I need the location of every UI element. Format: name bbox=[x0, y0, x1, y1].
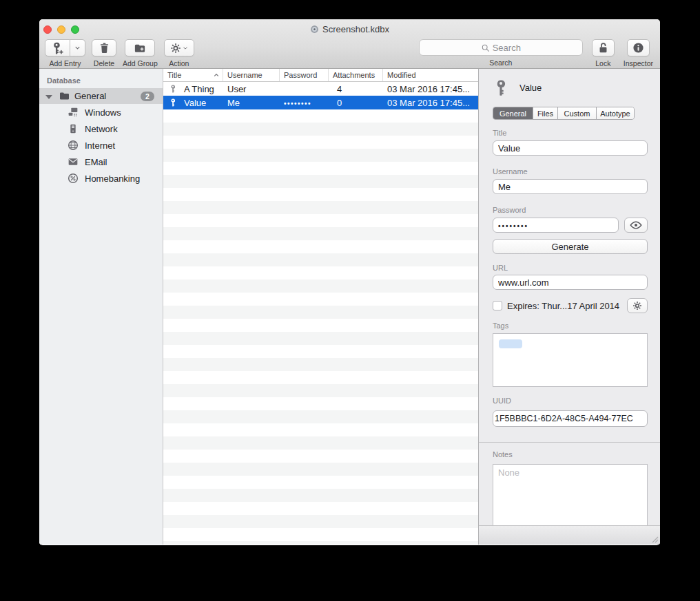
toolbar-label-inspector: Inspector bbox=[624, 59, 653, 67]
expires-checkbox[interactable] bbox=[493, 301, 502, 310]
toolbar-item-add-entry: Add Entry bbox=[45, 39, 85, 67]
url-field-label: URL bbox=[493, 264, 648, 272]
disclosure-triangle-icon[interactable] bbox=[45, 95, 52, 99]
add-group-button[interactable] bbox=[125, 39, 155, 56]
search-icon bbox=[481, 43, 490, 52]
add-entry-button[interactable] bbox=[45, 39, 70, 56]
column-header-attachments[interactable]: Attachments bbox=[329, 69, 383, 81]
reveal-password-button[interactable] bbox=[624, 218, 648, 233]
search-input[interactable]: Search bbox=[419, 39, 583, 56]
folder-plus-icon bbox=[134, 42, 146, 54]
cell-title: Value bbox=[184, 98, 206, 108]
inspector-tabs: General Files Custom Autotype bbox=[493, 107, 635, 120]
column-header-password[interactable]: Password bbox=[280, 69, 329, 81]
toolbar-label-delete: Delete bbox=[94, 59, 114, 67]
info-icon bbox=[632, 42, 644, 54]
cell-modified: 03 Mar 2016 17:45... bbox=[383, 98, 478, 108]
globe-icon bbox=[67, 140, 79, 151]
toolbar-item-action: Action bbox=[164, 39, 194, 67]
lock-button[interactable] bbox=[592, 39, 615, 56]
inspector-panel: Value General Files Custom Autotype Titl… bbox=[479, 69, 660, 545]
password-field[interactable] bbox=[493, 218, 619, 233]
envelope-icon bbox=[67, 156, 79, 167]
username-field-label: Username bbox=[493, 167, 648, 176]
sidebar-item-label: EMail bbox=[85, 157, 107, 167]
eye-icon bbox=[630, 221, 642, 229]
add-entry-dropdown-button[interactable] bbox=[70, 39, 85, 56]
sidebar-item-homebanking[interactable]: Homebanking bbox=[39, 170, 163, 187]
toolbar-item-delete: Delete bbox=[92, 39, 116, 67]
toolbar-item-lock: Lock bbox=[592, 39, 615, 67]
window-title: Screenshot.kdbx bbox=[322, 24, 389, 34]
title-field[interactable] bbox=[493, 140, 648, 156]
tab-custom[interactable]: Custom bbox=[558, 107, 597, 119]
url-field[interactable] bbox=[493, 275, 648, 290]
username-field[interactable] bbox=[493, 179, 648, 194]
tags-field[interactable] bbox=[493, 333, 648, 387]
column-header-label: Title bbox=[167, 71, 181, 79]
cell-username: Me bbox=[223, 98, 280, 108]
column-header-label: Attachments bbox=[333, 71, 375, 79]
inspector-button[interactable] bbox=[627, 39, 650, 56]
gear-icon bbox=[170, 43, 181, 54]
lock-open-icon bbox=[597, 42, 609, 54]
key-icon bbox=[169, 83, 177, 94]
column-header-label: Password bbox=[284, 71, 317, 79]
toolbar-item-search: Search Search bbox=[419, 39, 583, 67]
tab-autotype[interactable]: Autotype bbox=[597, 107, 634, 119]
window-title-row: Screenshot.kdbx bbox=[39, 24, 660, 34]
table-row-selected[interactable]: Value Me •••••••• 0 03 Mar 2016 17:45... bbox=[163, 96, 478, 109]
document-proxy-icon bbox=[310, 25, 319, 34]
sidebar-section-header: Database bbox=[39, 74, 163, 88]
column-header-title[interactable]: Title bbox=[163, 69, 223, 81]
notes-field-label: Notes bbox=[493, 450, 648, 458]
tag-token[interactable] bbox=[499, 339, 522, 348]
chevron-down-icon bbox=[74, 45, 81, 51]
table-empty-area bbox=[163, 109, 478, 545]
sidebar-item-label: Internet bbox=[85, 140, 115, 151]
toolbar-item-inspector: Inspector bbox=[624, 39, 653, 67]
column-header-modified[interactable]: Modified bbox=[383, 69, 478, 81]
app-window: Screenshot.kdbx Add Entry Delete bbox=[39, 19, 660, 545]
search-placeholder: Search bbox=[493, 43, 521, 53]
toolbar-label-lock: Lock bbox=[595, 59, 610, 67]
column-header-username[interactable]: Username bbox=[223, 69, 280, 81]
windows-network-icon bbox=[67, 107, 79, 118]
cell-attachments: 0 bbox=[329, 98, 383, 108]
column-header-label: Modified bbox=[387, 71, 416, 79]
toolbar-label-search: Search bbox=[489, 59, 512, 67]
resize-grip[interactable] bbox=[649, 534, 659, 543]
toolbar-item-add-group: Add Group bbox=[123, 39, 158, 67]
column-header-label: Username bbox=[227, 71, 262, 79]
sidebar-item-windows[interactable]: Windows bbox=[39, 104, 163, 120]
sidebar-item-internet[interactable]: Internet bbox=[39, 137, 163, 154]
cell-modified: 03 Mar 2016 17:45... bbox=[383, 84, 478, 94]
uuid-field-label: UUID bbox=[493, 397, 648, 405]
notes-field[interactable] bbox=[493, 464, 648, 527]
action-button[interactable] bbox=[164, 39, 194, 56]
toolbar-label-action: Action bbox=[169, 59, 189, 67]
folder-icon bbox=[59, 90, 70, 102]
toolbar-label-add-group: Add Group bbox=[123, 59, 158, 67]
tags-field-label: Tags bbox=[493, 321, 648, 330]
delete-button[interactable] bbox=[92, 39, 116, 56]
generate-password-button[interactable]: Generate bbox=[493, 239, 648, 254]
table-row[interactable]: A Thing User 4 03 Mar 2016 17:45... bbox=[163, 82, 478, 96]
sidebar-item-network[interactable]: Network bbox=[39, 120, 163, 137]
title-field-label: Title bbox=[493, 129, 648, 137]
inspector-header: Value bbox=[493, 77, 648, 98]
key-icon bbox=[493, 78, 509, 98]
table-header: Title Username Password Attachments Modi… bbox=[163, 69, 478, 82]
cell-password bbox=[280, 88, 329, 90]
sidebar-item-general[interactable]: General 2 bbox=[39, 88, 163, 104]
tab-files[interactable]: Files bbox=[533, 107, 558, 119]
gear-icon bbox=[632, 301, 642, 310]
uuid-field[interactable] bbox=[493, 410, 648, 427]
password-field-label: Password bbox=[493, 206, 648, 214]
tab-general[interactable]: General bbox=[493, 107, 533, 119]
chevron-down-icon bbox=[183, 45, 188, 51]
expires-settings-button[interactable] bbox=[627, 298, 648, 313]
expires-label: Expires: Thur...17 April 2014 bbox=[507, 301, 627, 311]
entry-table: Title Username Password Attachments Modi… bbox=[163, 69, 479, 545]
sidebar-item-email[interactable]: EMail bbox=[39, 154, 163, 170]
